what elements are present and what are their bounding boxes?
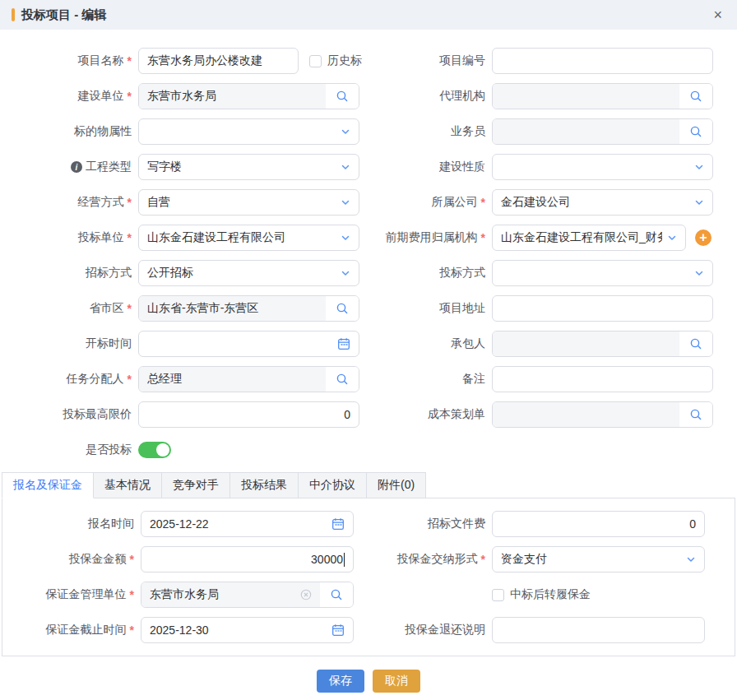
deposit-deadline-field[interactable]: 2025-12-30 — [141, 617, 354, 643]
project-no-input[interactable] — [493, 49, 712, 73]
search-icon[interactable] — [679, 119, 712, 144]
calendar-icon — [331, 624, 345, 637]
deposit-refund-note-label: 投保金退还说明 — [368, 623, 492, 637]
add-fee-org-button[interactable]: + — [695, 229, 712, 246]
clear-icon[interactable] — [300, 589, 312, 600]
project-no-field[interactable] — [492, 48, 713, 74]
tender-mode-label: 招标方式 — [0, 266, 138, 280]
deposit-refund-note-input[interactable] — [493, 618, 704, 642]
calendar-icon — [331, 517, 345, 531]
remark-field[interactable] — [492, 366, 713, 392]
tender-mode-select[interactable]: 公开招标 — [138, 260, 359, 286]
bid-project-form: 项目名称* 历史标 项目编号 建设单位* 东营市水务局 代理机构 — [0, 30, 737, 463]
bid-mode-select[interactable] — [492, 260, 713, 286]
chevron-down-icon — [694, 162, 704, 172]
search-icon[interactable] — [326, 296, 359, 321]
cost-plan-field[interactable] — [492, 401, 713, 428]
signup-time-field[interactable]: 2025-12-22 — [141, 511, 354, 537]
project-no-label: 项目编号 — [368, 53, 492, 68]
deposit-unit-field[interactable]: 东营市水务局 — [141, 582, 354, 608]
task-assignee-field[interactable]: 总经理 — [138, 366, 359, 392]
transfer-after-win-checkbox[interactable] — [492, 589, 504, 601]
construction-nature-label: 建设性质 — [368, 160, 492, 174]
tab-basic-info[interactable]: 基本情况 — [94, 472, 162, 498]
tab-bar: 报名及保证金 基本情况 竞争对手 投标结果 中介协议 附件(0) — [2, 472, 735, 498]
deposit-amount-field[interactable]: 30000 — [141, 546, 354, 573]
construction-unit-field[interactable]: 东营市水务局 — [138, 83, 359, 109]
fee-org-select[interactable]: 山东金石建设工程有限公司_财务 — [492, 225, 686, 251]
required-asterisk: * — [130, 588, 134, 601]
bid-unit-label: 投标单位* — [0, 230, 138, 245]
search-icon[interactable] — [326, 367, 359, 392]
max-price-input[interactable] — [139, 402, 359, 427]
search-icon[interactable] — [320, 582, 353, 607]
bid-open-time-field[interactable] — [138, 331, 359, 357]
is-bid-label: 是否投标 — [0, 443, 138, 457]
company-select[interactable]: 金石建设公司 — [492, 189, 713, 216]
operation-mode-label: 经营方式* — [0, 195, 138, 210]
required-asterisk: * — [127, 231, 132, 244]
required-asterisk: * — [481, 196, 485, 209]
detail-tabs-section: 报名及保证金 基本情况 竞争对手 投标结果 中介协议 附件(0) 报名时间 20… — [2, 472, 735, 656]
max-price-label: 投标最高限价 — [0, 407, 138, 422]
chevron-down-icon — [694, 197, 704, 207]
is-bid-toggle[interactable] — [138, 442, 171, 458]
close-icon[interactable]: × — [710, 7, 725, 22]
search-icon[interactable] — [679, 331, 712, 356]
history-bid-label: 历史标 — [327, 53, 362, 68]
region-field[interactable]: 山东省-东营市-东营区 — [138, 295, 359, 322]
required-asterisk: * — [127, 90, 132, 103]
bid-open-time-label: 开标时间 — [0, 336, 138, 351]
address-input[interactable] — [493, 296, 712, 321]
deposit-amount-label: 投保金金额* — [2, 552, 141, 567]
chevron-down-icon — [341, 268, 350, 278]
footer-actions: 保存 取消 — [0, 670, 737, 693]
chevron-down-icon — [341, 162, 350, 172]
address-field[interactable] — [492, 295, 713, 322]
cancel-button[interactable]: 取消 — [373, 670, 420, 693]
bid-unit-select[interactable]: 山东金石建设工程有限公司 — [138, 225, 359, 251]
tab-attachments[interactable]: 附件(0) — [367, 472, 426, 498]
doc-fee-field[interactable] — [492, 511, 705, 537]
operation-mode-select[interactable]: 自营 — [138, 189, 359, 216]
required-asterisk: * — [127, 302, 132, 315]
text-cursor — [344, 553, 345, 567]
search-icon[interactable] — [679, 402, 712, 427]
contractor-field[interactable] — [492, 331, 713, 357]
save-button[interactable]: 保存 — [317, 670, 364, 693]
tab-agency-agreement[interactable]: 中介协议 — [299, 472, 367, 498]
deposit-pay-form-label: 投保金交纳形式* — [368, 552, 492, 567]
transfer-after-win-label: 中标后转履保金 — [510, 587, 591, 602]
task-assignee-label: 任务分配人* — [0, 372, 138, 387]
subject-attr-select[interactable] — [138, 118, 359, 145]
chevron-down-icon — [341, 127, 350, 137]
deposit-pay-form-select[interactable]: 资金支付 — [492, 546, 705, 573]
doc-fee-input[interactable] — [493, 512, 704, 536]
dialog-header: 投标项目 - 编辑 × — [0, 0, 737, 30]
project-type-label: i工程类型 — [0, 160, 138, 174]
signup-time-label: 报名时间 — [2, 517, 141, 531]
chevron-down-icon — [667, 233, 677, 243]
salesman-field[interactable] — [492, 118, 713, 145]
remark-input[interactable] — [493, 367, 712, 392]
project-name-field[interactable] — [138, 48, 299, 74]
chevron-down-icon — [341, 197, 350, 207]
search-icon[interactable] — [326, 84, 359, 109]
calendar-icon — [337, 337, 350, 350]
tab-competitors[interactable]: 竞争对手 — [162, 472, 230, 498]
search-icon[interactable] — [679, 84, 712, 109]
project-type-select[interactable]: 写字楼 — [138, 154, 359, 180]
remark-label: 备注 — [368, 372, 492, 387]
tab-bid-result[interactable]: 投标结果 — [230, 472, 299, 498]
deposit-refund-note-field[interactable] — [492, 617, 705, 643]
agency-field[interactable] — [492, 83, 713, 109]
deposit-unit-label: 保证金管理单位* — [2, 587, 141, 602]
signup-deposit-panel: 报名时间 2025-12-22 招标文件费 投保金金额* 30000 投保金交纳… — [2, 498, 735, 656]
construction-nature-select[interactable] — [492, 154, 713, 180]
tab-signup-deposit[interactable]: 报名及保证金 — [2, 472, 94, 498]
cost-plan-label: 成本策划单 — [368, 407, 492, 422]
max-price-field[interactable] — [138, 401, 359, 428]
history-bid-checkbox[interactable] — [309, 55, 322, 67]
project-name-input[interactable] — [139, 49, 298, 73]
required-asterisk: * — [127, 54, 132, 67]
